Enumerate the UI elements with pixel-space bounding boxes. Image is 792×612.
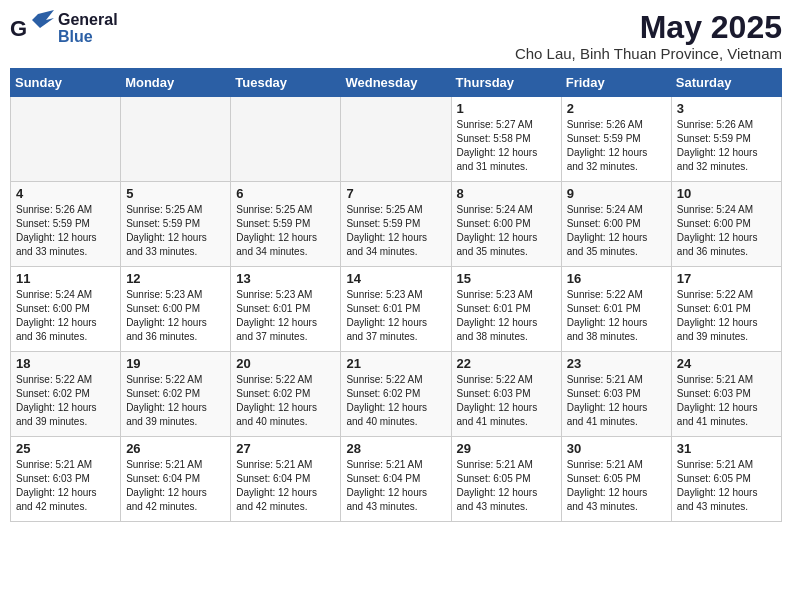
day-info: Sunrise: 5:26 AM Sunset: 5:59 PM Dayligh…	[677, 118, 776, 174]
day-number: 7	[346, 186, 445, 201]
day-number: 6	[236, 186, 335, 201]
month-title: May 2025	[515, 10, 782, 45]
calendar-week-row: 11Sunrise: 5:24 AM Sunset: 6:00 PM Dayli…	[11, 267, 782, 352]
calendar-day-cell: 20Sunrise: 5:22 AM Sunset: 6:02 PM Dayli…	[231, 352, 341, 437]
day-number: 26	[126, 441, 225, 456]
svg-text:G: G	[10, 16, 27, 41]
weekday-header: Thursday	[451, 69, 561, 97]
day-number: 8	[457, 186, 556, 201]
weekday-header: Friday	[561, 69, 671, 97]
calendar-day-cell: 11Sunrise: 5:24 AM Sunset: 6:00 PM Dayli…	[11, 267, 121, 352]
day-info: Sunrise: 5:23 AM Sunset: 6:00 PM Dayligh…	[126, 288, 225, 344]
calendar-day-cell: 10Sunrise: 5:24 AM Sunset: 6:00 PM Dayli…	[671, 182, 781, 267]
day-info: Sunrise: 5:23 AM Sunset: 6:01 PM Dayligh…	[457, 288, 556, 344]
calendar-day-cell: 12Sunrise: 5:23 AM Sunset: 6:00 PM Dayli…	[121, 267, 231, 352]
weekday-header: Sunday	[11, 69, 121, 97]
day-info: Sunrise: 5:22 AM Sunset: 6:01 PM Dayligh…	[677, 288, 776, 344]
day-info: Sunrise: 5:21 AM Sunset: 6:05 PM Dayligh…	[677, 458, 776, 514]
day-info: Sunrise: 5:26 AM Sunset: 5:59 PM Dayligh…	[16, 203, 115, 259]
calendar-week-row: 4Sunrise: 5:26 AM Sunset: 5:59 PM Daylig…	[11, 182, 782, 267]
day-info: Sunrise: 5:23 AM Sunset: 6:01 PM Dayligh…	[236, 288, 335, 344]
logo: G General Blue	[10, 10, 118, 46]
day-info: Sunrise: 5:25 AM Sunset: 5:59 PM Dayligh…	[346, 203, 445, 259]
calendar-table: SundayMondayTuesdayWednesdayThursdayFrid…	[10, 68, 782, 522]
day-number: 27	[236, 441, 335, 456]
day-number: 16	[567, 271, 666, 286]
calendar-day-cell: 22Sunrise: 5:22 AM Sunset: 6:03 PM Dayli…	[451, 352, 561, 437]
calendar-day-cell: 18Sunrise: 5:22 AM Sunset: 6:02 PM Dayli…	[11, 352, 121, 437]
day-number: 28	[346, 441, 445, 456]
calendar-day-cell: 28Sunrise: 5:21 AM Sunset: 6:04 PM Dayli…	[341, 437, 451, 522]
calendar-day-cell: 6Sunrise: 5:25 AM Sunset: 5:59 PM Daylig…	[231, 182, 341, 267]
location-title: Cho Lau, Binh Thuan Province, Vietnam	[515, 45, 782, 62]
day-number: 13	[236, 271, 335, 286]
day-number: 19	[126, 356, 225, 371]
day-number: 23	[567, 356, 666, 371]
calendar-day-cell: 15Sunrise: 5:23 AM Sunset: 6:01 PM Dayli…	[451, 267, 561, 352]
day-info: Sunrise: 5:21 AM Sunset: 6:05 PM Dayligh…	[457, 458, 556, 514]
day-info: Sunrise: 5:21 AM Sunset: 6:05 PM Dayligh…	[567, 458, 666, 514]
day-number: 12	[126, 271, 225, 286]
day-info: Sunrise: 5:25 AM Sunset: 5:59 PM Dayligh…	[236, 203, 335, 259]
header: G General Blue May 2025 Cho Lau, Binh Th…	[10, 10, 782, 62]
day-info: Sunrise: 5:24 AM Sunset: 6:00 PM Dayligh…	[16, 288, 115, 344]
day-number: 17	[677, 271, 776, 286]
calendar-day-cell: 31Sunrise: 5:21 AM Sunset: 6:05 PM Dayli…	[671, 437, 781, 522]
day-number: 11	[16, 271, 115, 286]
calendar-day-cell: 4Sunrise: 5:26 AM Sunset: 5:59 PM Daylig…	[11, 182, 121, 267]
calendar-day-cell: 17Sunrise: 5:22 AM Sunset: 6:01 PM Dayli…	[671, 267, 781, 352]
calendar-day-cell: 26Sunrise: 5:21 AM Sunset: 6:04 PM Dayli…	[121, 437, 231, 522]
weekday-header: Saturday	[671, 69, 781, 97]
day-number: 4	[16, 186, 115, 201]
day-number: 9	[567, 186, 666, 201]
calendar-day-cell	[231, 97, 341, 182]
day-info: Sunrise: 5:22 AM Sunset: 6:02 PM Dayligh…	[16, 373, 115, 429]
day-number: 1	[457, 101, 556, 116]
day-number: 21	[346, 356, 445, 371]
calendar-day-cell: 14Sunrise: 5:23 AM Sunset: 6:01 PM Dayli…	[341, 267, 451, 352]
svg-marker-1	[32, 10, 54, 28]
calendar-week-row: 1Sunrise: 5:27 AM Sunset: 5:58 PM Daylig…	[11, 97, 782, 182]
calendar-day-cell: 8Sunrise: 5:24 AM Sunset: 6:00 PM Daylig…	[451, 182, 561, 267]
day-info: Sunrise: 5:24 AM Sunset: 6:00 PM Dayligh…	[677, 203, 776, 259]
day-number: 18	[16, 356, 115, 371]
day-info: Sunrise: 5:21 AM Sunset: 6:04 PM Dayligh…	[346, 458, 445, 514]
logo-general: General	[58, 12, 118, 28]
calendar-day-cell: 30Sunrise: 5:21 AM Sunset: 6:05 PM Dayli…	[561, 437, 671, 522]
calendar-header-row: SundayMondayTuesdayWednesdayThursdayFrid…	[11, 69, 782, 97]
calendar-day-cell: 27Sunrise: 5:21 AM Sunset: 6:04 PM Dayli…	[231, 437, 341, 522]
calendar-week-row: 25Sunrise: 5:21 AM Sunset: 6:03 PM Dayli…	[11, 437, 782, 522]
calendar-day-cell: 9Sunrise: 5:24 AM Sunset: 6:00 PM Daylig…	[561, 182, 671, 267]
calendar-day-cell	[11, 97, 121, 182]
calendar-day-cell: 1Sunrise: 5:27 AM Sunset: 5:58 PM Daylig…	[451, 97, 561, 182]
calendar-day-cell: 29Sunrise: 5:21 AM Sunset: 6:05 PM Dayli…	[451, 437, 561, 522]
day-number: 22	[457, 356, 556, 371]
day-info: Sunrise: 5:21 AM Sunset: 6:03 PM Dayligh…	[16, 458, 115, 514]
calendar-day-cell: 3Sunrise: 5:26 AM Sunset: 5:59 PM Daylig…	[671, 97, 781, 182]
calendar-day-cell: 21Sunrise: 5:22 AM Sunset: 6:02 PM Dayli…	[341, 352, 451, 437]
calendar-day-cell: 5Sunrise: 5:25 AM Sunset: 5:59 PM Daylig…	[121, 182, 231, 267]
day-info: Sunrise: 5:24 AM Sunset: 6:00 PM Dayligh…	[457, 203, 556, 259]
day-info: Sunrise: 5:22 AM Sunset: 6:03 PM Dayligh…	[457, 373, 556, 429]
day-number: 10	[677, 186, 776, 201]
day-info: Sunrise: 5:22 AM Sunset: 6:02 PM Dayligh…	[236, 373, 335, 429]
calendar-day-cell: 25Sunrise: 5:21 AM Sunset: 6:03 PM Dayli…	[11, 437, 121, 522]
calendar-day-cell: 2Sunrise: 5:26 AM Sunset: 5:59 PM Daylig…	[561, 97, 671, 182]
day-number: 3	[677, 101, 776, 116]
day-info: Sunrise: 5:23 AM Sunset: 6:01 PM Dayligh…	[346, 288, 445, 344]
day-number: 29	[457, 441, 556, 456]
weekday-header: Monday	[121, 69, 231, 97]
calendar-day-cell: 13Sunrise: 5:23 AM Sunset: 6:01 PM Dayli…	[231, 267, 341, 352]
day-number: 24	[677, 356, 776, 371]
weekday-header: Tuesday	[231, 69, 341, 97]
calendar-day-cell	[341, 97, 451, 182]
logo-icon: G	[10, 10, 54, 46]
day-info: Sunrise: 5:22 AM Sunset: 6:01 PM Dayligh…	[567, 288, 666, 344]
day-info: Sunrise: 5:21 AM Sunset: 6:03 PM Dayligh…	[677, 373, 776, 429]
day-number: 14	[346, 271, 445, 286]
title-area: May 2025 Cho Lau, Binh Thuan Province, V…	[515, 10, 782, 62]
day-number: 25	[16, 441, 115, 456]
calendar-day-cell: 7Sunrise: 5:25 AM Sunset: 5:59 PM Daylig…	[341, 182, 451, 267]
day-number: 15	[457, 271, 556, 286]
day-info: Sunrise: 5:25 AM Sunset: 5:59 PM Dayligh…	[126, 203, 225, 259]
